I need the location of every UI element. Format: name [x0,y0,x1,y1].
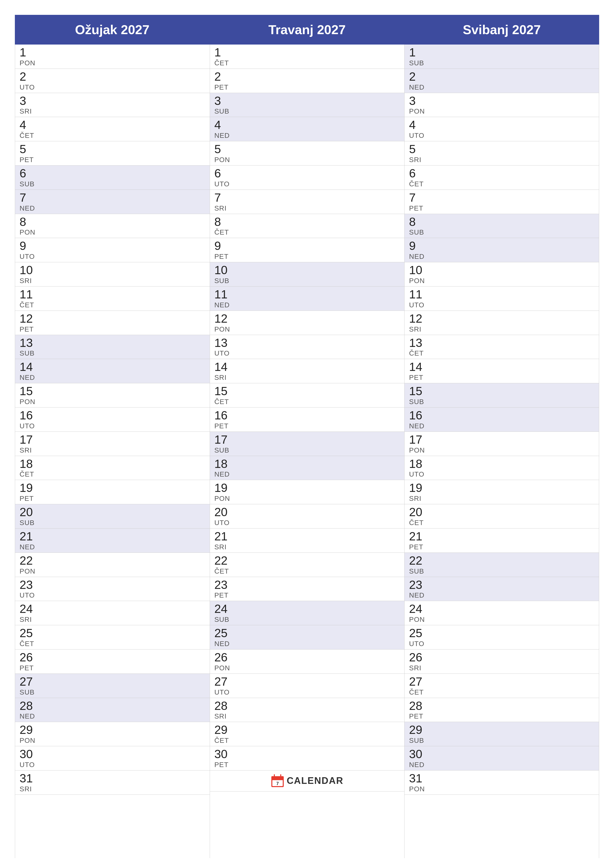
day-number: 27 [215,675,400,688]
day-number: 22 [409,554,594,567]
day-cell: 15PON [15,383,210,408]
day-name: PET [215,422,400,430]
day-name: SRI [20,446,205,454]
day-name: ČET [215,398,400,406]
day-number: 18 [409,457,594,471]
day-cell: 18UTO [404,456,599,480]
day-cell: 10SUB [210,262,404,287]
day-name: SUB [215,615,400,623]
day-number: 2 [215,70,400,84]
day-number: 1 [215,46,400,59]
day-name: PON [20,567,205,575]
calendar-grid: Ožujak 2027 Travanj 2027 Svibanj 2027 1P… [15,15,599,858]
day-name: PET [20,664,205,672]
day-name: SUB [409,228,594,236]
day-number: 23 [20,578,205,592]
day-cell: 16NED [404,408,599,432]
day-cell: 13UTO [210,335,404,359]
day-number: 25 [215,627,400,640]
day-number: 18 [20,457,205,471]
day-cell: 24SUB [210,601,404,625]
day-number: 10 [409,264,594,277]
day-cell: 19PON [210,480,404,504]
day-cell: 18NED [210,456,404,480]
day-number: 14 [215,361,400,374]
day-name: ČET [409,688,594,696]
month-header-may: Svibanj 2027 [404,15,599,45]
day-number: 25 [20,627,205,640]
day-number: 17 [20,433,205,446]
day-cell: 22PON [15,553,210,577]
day-cell: 30NED [404,746,599,770]
month-title-april: Travanj 2027 [268,23,346,37]
day-cell: 8SUB [404,214,599,238]
day-name: ČET [215,736,400,744]
day-cell: 1SUB [404,45,599,69]
day-cell: 4UTO [404,117,599,141]
day-number: 15 [20,385,205,398]
day-number: 31 [409,772,594,785]
day-cell: 14NED [15,359,210,383]
day-cell: 12PET [15,311,210,335]
day-name: NED [409,422,594,430]
day-name: SRI [215,374,400,381]
day-number: 14 [20,361,205,374]
day-number: 1 [409,46,594,59]
day-cell: 26PET [15,649,210,674]
day-number: 30 [409,748,594,761]
day-name: SRI [409,664,594,672]
day-number: 7 [409,191,594,205]
day-cell: 27ČET [404,674,599,698]
day-name: PON [409,446,594,454]
day-number: 23 [215,578,400,592]
day-number: 12 [409,312,594,326]
day-cell: 29SUB [404,722,599,746]
day-cell: 7PET [404,190,599,214]
day-cell: 3SRI [15,93,210,117]
day-number: 16 [20,409,205,422]
day-number: 28 [409,699,594,713]
day-cell: 10PON [404,262,599,287]
day-number: 7 [20,191,205,205]
day-number: 17 [215,433,400,446]
day-number: 20 [215,506,400,519]
day-name: NED [20,374,205,381]
day-number: 11 [409,288,594,301]
day-number: 5 [215,143,400,156]
day-number: 3 [215,95,400,108]
day-number: 20 [409,506,594,519]
day-number: 4 [409,119,594,132]
day-cell: 8PON [15,214,210,238]
day-name: ČET [20,470,205,478]
day-number: 11 [20,288,205,301]
day-name: ČET [20,132,205,140]
day-name: SUB [215,277,400,285]
day-name: PON [409,277,594,285]
day-number: 24 [215,603,400,615]
day-number: 27 [20,675,205,688]
day-name: NED [409,84,594,91]
day-number: 22 [215,554,400,567]
day-name: SRI [20,785,205,793]
day-number: 4 [20,119,205,132]
day-cell: 5SRI [404,141,599,166]
day-number: 30 [215,748,400,761]
calendar-logo-text: CALENDAR [287,775,344,786]
day-name: NED [215,470,400,478]
day-cell: 28NED [15,698,210,722]
day-name: PET [20,156,205,164]
day-cell: 27SUB [15,674,210,698]
day-number: 6 [409,167,594,180]
day-name: SUB [215,446,400,454]
day-cell-empty: 7 CALENDAR [210,770,404,792]
day-cell: 16UTO [15,408,210,432]
day-name: UTO [409,470,594,478]
day-cell: 5PET [15,141,210,166]
day-cell: 23NED [404,577,599,601]
day-number: 18 [215,457,400,471]
day-cell: 23UTO [15,577,210,601]
calendar-logo-icon: 7 [271,774,284,787]
day-cell: 18ČET [15,456,210,480]
day-cell: 22SUB [404,553,599,577]
day-cell: 1PON [15,45,210,69]
